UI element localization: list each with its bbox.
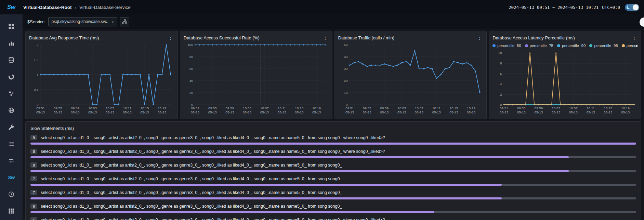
statement-query[interactable]: select song0_.id as id1_0_, song0_.artis… [41,218,385,220]
svg-text:05-13: 05-13 [208,110,217,114]
svg-text:09:59: 09:59 [225,106,234,110]
svg-text:09:55: 09:55 [363,106,371,110]
body-row: Sw $Service psql.skywalking-showcase.svc… [0,14,644,220]
service-select[interactable]: psql.skywalking-showcase.svc. ∨ [48,17,118,26]
bar-chart-icon[interactable] [6,39,16,47]
list-icon[interactable] [6,140,16,148]
chart-plot[interactable]: 09:5105-1309:5505-1309:5905-1310:0305-13… [492,50,638,116]
scatter-icon[interactable] [6,90,16,97]
chart-plot[interactable]: 09:5105-1309:5505-1309:5905-1310:0305-13… [338,41,483,116]
chart-panel-head: Database Avg Response Time (ms)⋮ [29,34,174,41]
svg-text:8: 8 [500,61,502,65]
svg-text:05-13: 05-13 [621,110,630,114]
clock-icon[interactable] [6,191,16,198]
globe-icon[interactable] [6,107,16,114]
wrench-icon[interactable] [6,123,16,131]
chart-panel-head: Database Access Successful Rate (%)⋮ [184,34,329,41]
kebab-menu-icon[interactable]: ⋮ [476,35,483,41]
legend-dot-icon [589,44,592,47]
breadcrumb-current[interactable]: Virtual-Database-Service [79,5,131,10]
kebab-menu-icon[interactable]: ⋮ [631,35,638,41]
svg-text:10:07: 10:07 [106,106,114,110]
kebab-menu-icon[interactable]: ⋮ [168,35,174,41]
chart-plot[interactable]: 09:5105-1309:5505-1309:5905-1310:0305-13… [184,41,329,116]
time-range-picker[interactable]: 2024-05-13 09:51 ~ 2024-05-13 10:21 [509,5,599,10]
statement-query[interactable]: select song0_.id as id1_0_, song0_.artis… [41,190,342,195]
breadcrumb-root[interactable]: Virtual-Database-Root [23,5,72,10]
latency-bar-fill [30,211,434,213]
svg-text:10:07: 10:07 [260,106,269,110]
slow-statement-row: 8select song0_.id as id1_0_, song0_.arti… [30,162,636,172]
latency-bar-track [30,197,636,199]
svg-text:09:51: 09:51 [345,106,354,110]
latency-bar-track [30,170,636,172]
dashboard-icon[interactable] [6,23,16,30]
latency-bar-track [30,211,636,213]
floating-action-button[interactable] [640,17,644,27]
svg-text:05-13: 05-13 [191,110,200,114]
svg-text:0: 0 [37,103,39,107]
apps-icon[interactable] [6,207,16,215]
svg-text:4: 4 [500,82,502,86]
svg-text:10:19: 10:19 [312,106,321,110]
shuffle-icon[interactable] [6,157,16,164]
svg-text:1.5: 1.5 [34,58,39,62]
svg-text:05-13: 05-13 [500,110,509,114]
statement-query[interactable]: select song0_.id as id1_0_, song0_.artis… [41,176,342,181]
timezone-label: UTC+0:0 [602,5,620,10]
topology-icon [122,19,128,24]
svg-text:40: 40 [189,79,193,83]
svg-text:09:55: 09:55 [208,106,217,110]
statement-query[interactable]: select song0_.id as id1_0_, song0_.artis… [41,163,342,168]
statement-query[interactable]: select song0_.id as id1_0_, song0_.artis… [41,204,342,209]
svg-text:05-13: 05-13 [243,110,252,114]
statement-query[interactable]: select song0_.id as id1_0_, song0_.artis… [41,149,385,154]
svg-text:6: 6 [500,72,502,76]
donut-chart-icon[interactable] [6,73,16,81]
legend-item[interactable]: percentile=50 [492,44,521,48]
svg-text:05-13: 05-13 [295,110,304,114]
sidebar: Sw [0,14,23,220]
topology-button[interactable] [120,17,129,26]
latency-badge: 8 [30,149,37,154]
svg-text:09:55: 09:55 [54,106,62,110]
svg-text:10:15: 10:15 [295,106,303,110]
chart-plot[interactable]: 09:5105-1309:5505-1309:5905-1310:0305-13… [29,41,174,116]
chart-panel-head: Database Traffic (calls / min)⋮ [338,34,483,41]
legend-item[interactable]: percentile=95 [589,44,618,48]
slow-statements-panel: Slow Statements (ms) 9select song0_.id a… [25,121,641,220]
latency-bar-track [30,184,636,186]
svg-text:05-13: 05-13 [432,110,441,114]
legend-item[interactable]: percentile=90 [557,44,586,48]
latency-badge: 7 [30,176,37,181]
svg-text:05-13: 05-13 [123,110,132,114]
svg-text:05-13: 05-13 [552,110,561,114]
svg-text:09:51: 09:51 [500,106,508,110]
toggle-knob [633,4,639,10]
database-icon[interactable] [6,56,16,64]
kebab-menu-icon[interactable]: ⋮ [322,35,329,41]
svg-text:2: 2 [37,43,38,47]
statement-query[interactable]: select song0_.id as id1_0_, song0_.artis… [41,135,385,140]
svg-text:10:03: 10:03 [243,106,251,110]
skywalking-logo[interactable]: Sw [6,174,16,181]
svg-text:50: 50 [344,43,347,47]
skywalking-logo[interactable]: Sw [7,4,16,10]
svg-text:05-13: 05-13 [88,110,97,114]
chevron-down-icon: ∨ [111,20,114,24]
legend-scroll-left-icon[interactable]: ◀ [635,44,638,48]
chart-title: Database Access Successful Rate (%) [184,35,260,40]
breadcrumb-separator-icon: › [75,5,76,10]
latency-bar-fill [30,143,636,145]
latency-badge: 6 [30,204,37,209]
chart-panel-database-traffic-calls-min: Database Traffic (calls / min)⋮09:5105-1… [334,31,487,119]
skywalking-logo-text: Sw [8,175,15,180]
latency-bar-track [30,143,636,145]
legend-item[interactable]: percentile=75 [525,44,553,48]
theme-toggle[interactable] [625,4,639,11]
svg-text:10:15: 10:15 [604,106,613,110]
svg-text:09:55: 09:55 [517,106,526,110]
svg-text:05-13: 05-13 [277,110,286,114]
svg-text:09:59: 09:59 [71,106,80,110]
svg-text:10:11: 10:11 [278,106,286,110]
